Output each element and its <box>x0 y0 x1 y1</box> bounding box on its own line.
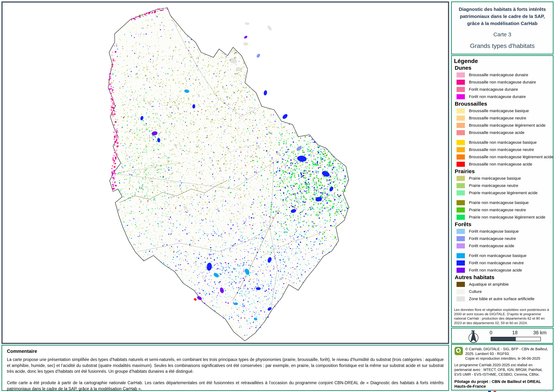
legend-label: Broussaille non marécageuse dunaire <box>469 80 536 85</box>
legend-label: Broussaille non marécageuse légèrement a… <box>469 155 553 159</box>
legend-swatch <box>457 190 465 195</box>
legend-section-header: Autres habitats <box>455 274 552 280</box>
legend-gap <box>454 249 552 252</box>
legend-label: Broussaille marécageuse dunaire <box>469 73 528 77</box>
legend-item: Forêt marécageuse neutre <box>454 235 552 242</box>
comment-header: Commentaire <box>7 349 444 354</box>
scalebar-box: N 0 18 36 km <box>451 328 554 344</box>
legend-item: Culture <box>454 288 552 295</box>
legend-label: Forêt marécageuse basique <box>469 229 519 234</box>
legend-item: Forêt non marécageuse acide <box>454 267 552 274</box>
legend-gap <box>454 136 552 139</box>
carte-number: Carte 3 <box>452 31 553 38</box>
legend-label: Forêt non marécageuse acide <box>469 268 522 273</box>
legend-swatch <box>457 176 465 181</box>
legend-gap <box>454 197 552 199</box>
legend-items: DunesBroussaille marécageuse dunaireBrou… <box>454 65 552 303</box>
cbn-logo: cbn CONSERVATOIRE BOTANIQUE NATIONAL BAI… <box>454 391 483 392</box>
legend-label: Culture <box>469 289 482 294</box>
legend-item: Forêt non marécageuse dunaire <box>454 93 552 100</box>
legend-swatch <box>457 183 465 188</box>
legend-item: Broussaille non marécageuse basique <box>454 139 552 146</box>
legend-item: Broussaille non marécageuse dunaire <box>454 78 552 86</box>
legend-swatch <box>457 207 465 213</box>
legend-swatch <box>457 260 465 265</box>
habitat-map-canvas <box>3 3 448 343</box>
legend-label: Prairie non marécageuse basique <box>469 200 529 205</box>
legend-section-header: Prairies <box>455 168 552 174</box>
credits-box: © CarHab, DIGITALE - SIG, BFP - CBN de B… <box>451 344 554 391</box>
french-flag-icon <box>488 391 496 392</box>
legend-item: Forêt marécageuse acide <box>454 242 552 249</box>
legend-note: Les données flore et végétation exploité… <box>454 308 551 325</box>
scale-bar <box>491 337 541 341</box>
comment-paragraph-2: Cette carte a été produite à partir de l… <box>7 380 444 392</box>
legend-item: Broussaille marécageuse dunaire <box>454 71 552 78</box>
legend-label: Prairie marécageuse neutre <box>469 183 518 188</box>
scale-tick-18: 18 <box>512 330 518 335</box>
legend-label: Broussaille marécageuse acide <box>469 130 525 135</box>
legend-swatch <box>457 87 465 92</box>
legend-label: Forêt marécageuse neutre <box>469 236 516 241</box>
legend-swatch <box>457 116 465 121</box>
legend-item: Broussaille non marécageuse acide <box>454 161 552 168</box>
legend-swatch <box>457 268 465 273</box>
legend-swatch <box>457 296 465 301</box>
legend-swatch <box>457 215 465 220</box>
legend-label: Broussaille marécageuse légèrement acide <box>469 123 546 128</box>
legend-label: Broussaille non marécageuse acide <box>469 162 532 167</box>
scale-tick-0: 0 <box>489 330 492 335</box>
legend-swatch <box>457 72 465 78</box>
legend-item: Broussaille marécageuse basique <box>454 107 552 114</box>
map-title: Diagnostic des habitats à forts intérêts… <box>454 6 550 27</box>
legend-swatch <box>457 123 465 128</box>
legend-item: Forêt marécageuse dunaire <box>454 86 552 93</box>
legend-item: Aquatique et amphibie <box>454 281 552 288</box>
legend-swatch <box>457 229 465 234</box>
legend-item: Broussaille marécageuse neutre <box>454 114 552 122</box>
legend-swatch <box>457 80 465 85</box>
prefet-logo: PRÉFET DE LA RÉGION HAUTS-DE-FRANCE Libe… <box>488 391 518 392</box>
legend-label: Aquatique et amphibie <box>469 282 509 287</box>
legend-box: Légende DunesBroussaille marécageuse dun… <box>451 55 554 327</box>
legend-section-header: Broussailles <box>455 101 552 107</box>
partners-text: Le programme CarHab 2020-2025 est réalis… <box>454 363 550 377</box>
legend-label: Forêt non marécageuse basique <box>469 253 526 258</box>
copyright-text: © CarHab, DIGITALE - SIG, BFP - CBN de B… <box>465 347 550 361</box>
legend-section-header: Forêts <box>455 221 552 227</box>
legend-item: Forêt non marécageuse neutre <box>454 259 552 267</box>
qgis-map-layout: Commentaire La carte propose une présent… <box>0 0 555 392</box>
legend-label: Broussaille non marécageuse basique <box>469 140 537 145</box>
legend-item: Broussaille marécageuse légèrement acide <box>454 122 552 129</box>
legend-title: Légende <box>454 58 552 64</box>
map-frame <box>1 1 449 344</box>
legend-swatch <box>457 140 465 145</box>
copyright-line-1: © CarHab, DIGITALE - SIG, BFP - CBN de B… <box>465 347 550 356</box>
legend-swatch <box>457 253 465 258</box>
legend-label: Forêt non marécageuse neutre <box>469 261 524 265</box>
legend-item: Prairie non marécageuse neutre <box>454 206 552 214</box>
legend-swatch <box>457 162 465 167</box>
qgis-logo-icon <box>454 347 463 355</box>
legend-label: Broussaille marécageuse neutre <box>469 116 526 121</box>
legend-item: Broussaille non marécageuse légèrement a… <box>454 153 552 161</box>
legend-label: Forêt non marécageuse dunaire <box>469 94 526 99</box>
legend-item: Forêt non marécageuse basique <box>454 252 552 259</box>
legend-label: Forêt marécageuse acide <box>469 243 514 248</box>
legend-label: Prairie non marécageuse neutre <box>469 208 526 212</box>
legend-swatch <box>457 289 465 294</box>
legend-item: Broussaille marécageuse acide <box>454 129 552 136</box>
legend-swatch <box>457 200 465 205</box>
legend-label: Prairie non marécageuse légèrement acide <box>469 215 545 220</box>
legend-item: Prairie non marécageuse légèrement acide <box>454 214 552 221</box>
legend-label: Prairie marécageuse légèrement acide <box>469 191 538 195</box>
legend-swatch <box>457 154 465 159</box>
scale-tick-36: 36 km <box>533 330 547 335</box>
legend-swatch <box>457 236 465 241</box>
legend-swatch <box>457 147 465 152</box>
legend-item: Broussaille non marécageuse neutre <box>454 146 552 153</box>
legend-swatch <box>457 243 465 249</box>
pilotage-text: Pilotage du projet : CBN de Bailleul et … <box>454 379 550 389</box>
legend-label: Prairie marécageuse basique <box>469 176 521 181</box>
legend-label: Forêt marécageuse dunaire <box>469 87 518 92</box>
